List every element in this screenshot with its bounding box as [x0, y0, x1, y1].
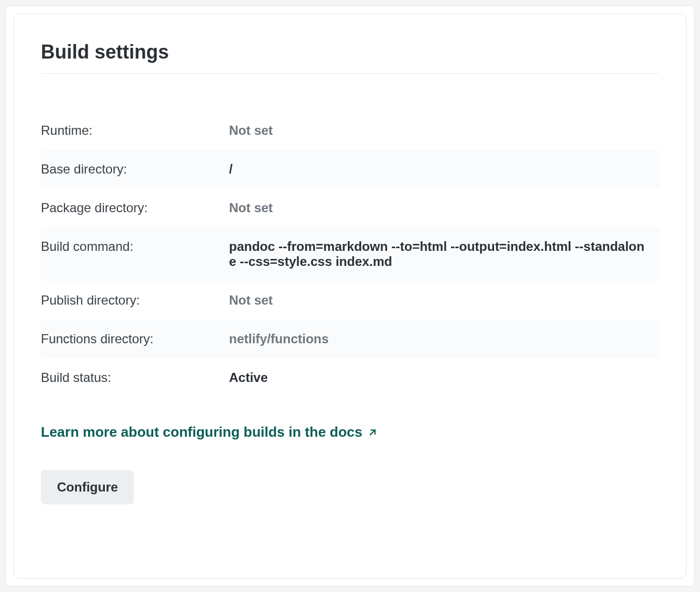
setting-value: Not set — [229, 123, 283, 138]
configure-button[interactable]: Configure — [41, 470, 134, 504]
setting-label: Runtime: — [41, 123, 229, 138]
build-settings-card: Build settings Runtime: Not set Base dir… — [13, 13, 687, 579]
svg-line-0 — [370, 430, 375, 435]
setting-row-base-directory: Base directory: / — [41, 150, 659, 189]
setting-row-publish-directory: Publish directory: Not set — [41, 281, 659, 320]
docs-link-text: Learn more about configuring builds in t… — [41, 424, 362, 441]
setting-label: Build command: — [41, 239, 229, 254]
card-title: Build settings — [41, 41, 659, 74]
setting-label: Package directory: — [41, 200, 229, 215]
setting-value: pandoc --from=markdown --to=html --outpu… — [229, 239, 659, 269]
setting-value: / — [229, 162, 244, 177]
setting-value: Not set — [229, 293, 283, 308]
setting-row-runtime: Runtime: Not set — [41, 111, 659, 150]
setting-row-build-command: Build command: pandoc --from=markdown --… — [41, 227, 659, 281]
setting-row-package-directory: Package directory: Not set — [41, 189, 659, 227]
setting-row-functions-directory: Functions directory: netlify/functions — [41, 320, 659, 358]
setting-value: Active — [229, 370, 278, 385]
setting-row-build-status: Build status: Active — [41, 358, 659, 397]
settings-list: Runtime: Not set Base directory: / Packa… — [41, 111, 659, 397]
setting-value: Not set — [229, 200, 283, 215]
external-link-icon — [368, 428, 377, 437]
outer-container: Build settings Runtime: Not set Base dir… — [5, 5, 695, 587]
docs-link[interactable]: Learn more about configuring builds in t… — [41, 424, 377, 441]
setting-label: Build status: — [41, 370, 229, 385]
setting-label: Base directory: — [41, 162, 229, 177]
setting-label: Functions directory: — [41, 331, 229, 346]
setting-value: netlify/functions — [229, 331, 339, 346]
setting-label: Publish directory: — [41, 293, 229, 308]
